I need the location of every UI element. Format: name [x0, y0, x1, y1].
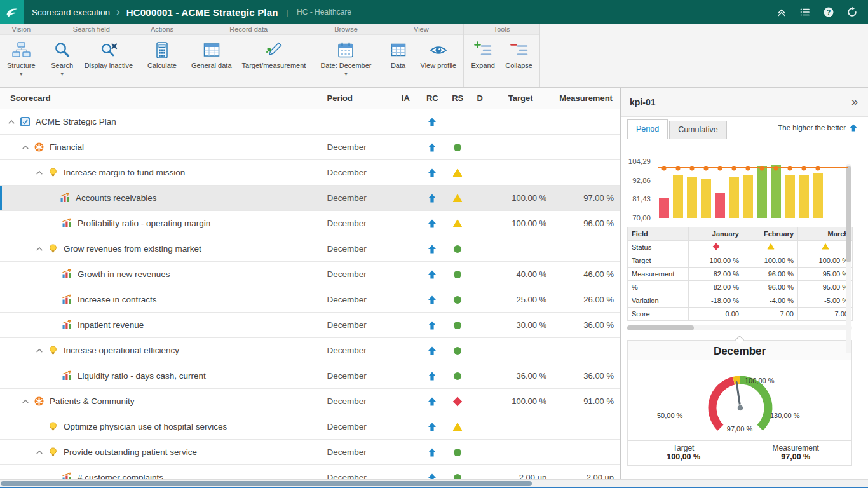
page-title: HC000001 - ACME Strategic Plan	[126, 7, 278, 18]
expand-caret-icon[interactable]	[20, 145, 30, 149]
list-icon[interactable]	[799, 6, 811, 18]
table-row-accounts-receivables[interactable]: Accounts receivablesDecember100.00 %97.0…	[0, 186, 620, 211]
y-tick-label: 92,86	[632, 177, 651, 184]
table-row-acme-strategic-plan[interactable]: ACME Strategic Plan	[0, 109, 620, 135]
table-row-patients-community[interactable]: Patients & CommunityDecember100.00 %91.0…	[0, 389, 620, 414]
column-header-ia[interactable]: IA	[391, 88, 419, 109]
row-name-cell: Liquidity ratio - days cash, current	[0, 363, 321, 388]
collapse-panel-icon[interactable]: »	[851, 95, 858, 109]
bar-november[interactable]	[799, 152, 809, 218]
bar-march[interactable]	[687, 152, 697, 218]
table-row-increase-operational-efficiency[interactable]: Increase operational efficiencyDecember	[0, 338, 620, 363]
bar-june[interactable]	[729, 152, 739, 218]
cell-rs	[445, 186, 470, 210]
horizontal-scrollbar[interactable]	[0, 479, 868, 487]
view-profile-icon	[429, 41, 448, 60]
table-row-customer-complaints[interactable]: # customer complaintsDecember2.00 up2.00…	[0, 465, 620, 480]
bar-august[interactable]	[757, 152, 767, 218]
expand-caret-icon[interactable]	[6, 119, 16, 124]
gauge-target-label: 100,00 %	[745, 377, 774, 384]
app-logo-icon[interactable]	[0, 0, 24, 24]
cell-target: 25.00 %	[489, 287, 552, 312]
view-profile-button[interactable]: View profile	[416, 37, 462, 86]
table-row-inpatient-revenue[interactable]: Inpatient revenueDecember30.00 %36.00 %	[0, 313, 620, 338]
table-row-profitability-ratio-operating-margin[interactable]: Profitability ratio - operating marginDe…	[0, 211, 620, 236]
bar-february[interactable]	[673, 152, 683, 218]
structure-button[interactable]: Structure▼	[2, 37, 41, 86]
column-header-scorecard[interactable]: Scorecard	[0, 88, 320, 109]
expand-caret-icon[interactable]	[34, 170, 44, 175]
tab-cumulative[interactable]: Cumulative	[669, 121, 727, 139]
panel-vertical-scrollbar[interactable]	[846, 164, 851, 353]
expand-caret-icon[interactable]	[34, 450, 44, 454]
row-label: Financial	[50, 142, 84, 152]
table-row-provide-outstanding-patient-service[interactable]: Provide outstanding patient serviceDecem…	[0, 440, 620, 465]
detail-value-cell: 100.00 %	[743, 254, 798, 268]
calculate-button[interactable]: Calculate	[142, 37, 182, 86]
cell-target: 100.00 %	[489, 186, 552, 210]
ribbon-group-label: Browse	[313, 24, 378, 35]
bar-september[interactable]	[771, 152, 781, 218]
table-row-optimize-physician-use-of-hospital-services[interactable]: Optimize physician use of hospital servi…	[0, 414, 620, 440]
table-row-liquidity-ratio-days-cash-current[interactable]: Liquidity ratio - days cash, currentDece…	[0, 363, 620, 389]
table-row-grow-revenues-from-existing-market[interactable]: Grow revenues from existing marketDecemb…	[0, 236, 620, 262]
panel-tabs: PeriodCumulative The higher the better	[621, 117, 868, 139]
bar-october[interactable]	[785, 152, 795, 218]
column-header-period[interactable]: Period	[320, 88, 391, 109]
date-december-button[interactable]: Date: December▼	[315, 37, 376, 86]
expand-caret-icon[interactable]	[20, 399, 30, 403]
bar-may[interactable]	[715, 152, 725, 218]
table-row-increase-margin-to-fund-mission[interactable]: Increase margin to fund missionDecember	[0, 160, 620, 186]
column-header-d[interactable]: D	[470, 88, 489, 109]
search-button[interactable]: Search▼	[45, 37, 79, 86]
gauge-footer-value: 97,00 %	[740, 452, 852, 461]
ribbon-group-label: Record data	[184, 24, 313, 35]
cell-target: 2.00 up	[489, 465, 552, 480]
horizontal-scrollbar-thumb[interactable]	[1, 481, 532, 486]
gauge-value-label: 97,00 %	[727, 425, 752, 433]
column-header-measurement[interactable]: Measurement	[552, 88, 620, 109]
column-header-rc[interactable]: RC	[419, 88, 445, 109]
bar-january[interactable]	[659, 152, 669, 218]
y-tick-label: 104,29	[628, 158, 651, 165]
table-horizontal-scrollbar[interactable]	[627, 325, 852, 330]
data-button[interactable]: Data	[381, 37, 416, 86]
panel-vertical-scrollbar-thumb[interactable]	[846, 166, 851, 262]
column-header-rs[interactable]: RS	[445, 88, 470, 109]
search-icon	[53, 41, 72, 60]
display-inactive-button[interactable]: Display inactive	[79, 37, 138, 86]
expand-caret-icon[interactable]	[34, 348, 44, 353]
table-row-increase-in-contracts[interactable]: Increase in contractsDecember25.00 %26.0…	[0, 287, 620, 313]
data-icon	[389, 41, 408, 60]
cell-target	[489, 338, 552, 363]
table-horizontal-scrollbar-thumb[interactable]	[627, 325, 694, 330]
target-measurement-button[interactable]: Target/measurement	[237, 37, 311, 86]
row-label: Growth in new revenues	[78, 269, 170, 279]
help-icon[interactable]: ?	[823, 6, 834, 18]
bar-fill	[729, 177, 739, 218]
ribbon-group-label: Vision	[0, 24, 43, 35]
bar-april[interactable]	[701, 152, 711, 218]
table-row-growth-in-new-revenues[interactable]: Growth in new revenuesDecember40.00 %46.…	[0, 262, 620, 287]
collapse-button[interactable]: Collapse	[500, 37, 538, 86]
bar-december[interactable]	[813, 152, 823, 218]
general-data-button[interactable]: General data	[186, 37, 237, 86]
y-tick-label: 70,00	[632, 214, 651, 222]
breadcrumb-app-name[interactable]: Scorecard execution	[32, 8, 110, 17]
row-name-cell: Inpatient revenue	[0, 313, 321, 337]
row-label: Liquidity ratio - days cash, current	[78, 371, 206, 381]
cell-rs	[445, 465, 470, 480]
collapse-toolbar-icon[interactable]	[776, 6, 787, 18]
tab-period[interactable]: Period	[627, 119, 668, 139]
expand-button[interactable]: Expand	[466, 37, 500, 86]
detail-row-variation: Variation-18.00 %-4.00 %-5.00 %	[628, 294, 853, 308]
ribbon-group-vision: VisionStructure▼	[0, 24, 43, 87]
refresh-icon[interactable]	[846, 6, 858, 18]
column-header-target[interactable]: Target	[489, 88, 552, 109]
status-green-icon	[452, 371, 463, 381]
detail-field-label: Variation	[628, 294, 689, 308]
bar-july[interactable]	[743, 152, 753, 218]
table-row-financial[interactable]: FinancialDecember	[0, 135, 620, 160]
expand-caret-icon[interactable]	[34, 247, 44, 251]
status-yellow-icon	[822, 243, 829, 250]
